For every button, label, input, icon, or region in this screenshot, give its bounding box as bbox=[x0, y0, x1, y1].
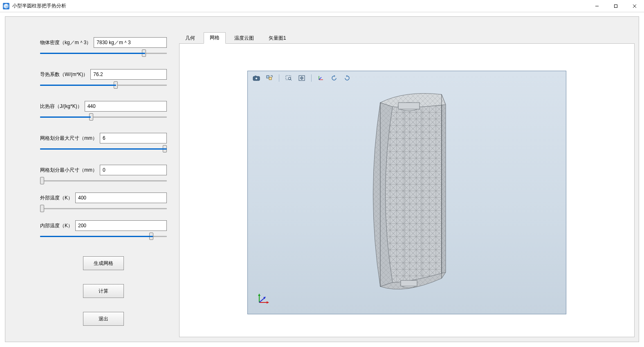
fit-view-icon[interactable] bbox=[296, 74, 307, 83]
tab-content bbox=[179, 43, 635, 337]
exit-button[interactable]: 退出 bbox=[83, 312, 124, 326]
meshmin-label: 网格划分最小尺寸（mm） bbox=[40, 167, 97, 174]
meshmax-input[interactable] bbox=[100, 133, 167, 143]
app-icon bbox=[2, 2, 10, 10]
svg-rect-5 bbox=[267, 76, 269, 78]
meshmax-slider[interactable] bbox=[40, 146, 167, 152]
tempin-input[interactable] bbox=[75, 220, 167, 231]
calculate-button[interactable]: 计算 bbox=[83, 284, 124, 298]
thermal-label: 导热系数（W/(m*K)） bbox=[40, 71, 88, 78]
right-panel: 几何网格温度云图矢量图1 bbox=[179, 33, 635, 338]
tab-0[interactable]: 几何 bbox=[179, 33, 201, 44]
window-title: 小型半圆柱形把手热分析 bbox=[12, 2, 66, 9]
mesh-viewport[interactable] bbox=[247, 71, 566, 314]
density-slider[interactable] bbox=[40, 50, 167, 56]
generate-mesh-button[interactable]: 生成网格 bbox=[83, 256, 124, 270]
svg-marker-11 bbox=[267, 301, 269, 304]
tempout-input[interactable] bbox=[75, 193, 167, 203]
select-mode-icon[interactable] bbox=[264, 74, 275, 83]
tab-2[interactable]: 温度云图 bbox=[228, 33, 260, 44]
svg-rect-1 bbox=[615, 4, 617, 7]
thermal-slider[interactable] bbox=[40, 82, 167, 88]
meshmin-slider[interactable] bbox=[40, 178, 167, 184]
density-label: 物体密度（kg／m＾3） bbox=[40, 39, 91, 46]
outer-container: 物体密度（kg／m＾3） 导热系数（W/(m*K)） bbox=[0, 12, 644, 347]
specheat-label: 比热容（J/(kg*K)） bbox=[40, 103, 82, 110]
meshmin-input[interactable] bbox=[100, 165, 167, 175]
rotate-cw-icon[interactable] bbox=[342, 74, 352, 83]
svg-rect-4 bbox=[255, 76, 256, 77]
mesh-render bbox=[364, 86, 450, 299]
rotate-ccw-icon[interactable] bbox=[329, 74, 339, 83]
close-button[interactable] bbox=[625, 0, 644, 12]
thermal-input[interactable] bbox=[90, 69, 167, 80]
svg-marker-16 bbox=[442, 94, 446, 278]
tab-1[interactable]: 网格 bbox=[204, 32, 226, 44]
action-buttons: 生成网格 计算 退出 bbox=[40, 256, 167, 326]
tempout-label: 外部温度（K） bbox=[40, 195, 73, 201]
viewport-toolbar bbox=[251, 74, 352, 83]
svg-marker-10 bbox=[258, 293, 260, 296]
meshmax-label: 网格划分最大尺寸（mm） bbox=[40, 135, 97, 142]
camera-icon[interactable] bbox=[251, 74, 262, 83]
svg-rect-6 bbox=[269, 77, 272, 80]
maximize-button[interactable] bbox=[606, 0, 625, 12]
tabbar: 几何网格温度云图矢量图1 bbox=[179, 33, 635, 44]
density-input[interactable] bbox=[94, 37, 167, 48]
tab-3[interactable]: 矢量图1 bbox=[263, 33, 292, 44]
titlebar: 小型半圆柱形把手热分析 bbox=[0, 0, 644, 12]
specheat-slider[interactable] bbox=[40, 114, 167, 120]
tempin-slider[interactable] bbox=[40, 233, 167, 239]
svg-point-3 bbox=[255, 77, 258, 80]
svg-rect-20 bbox=[401, 280, 417, 286]
axes-icon[interactable] bbox=[316, 74, 326, 83]
orientation-triad-icon[interactable] bbox=[255, 290, 272, 307]
tempin-label: 内部温度（K） bbox=[40, 222, 73, 229]
parameter-panel: 物体密度（kg／m＾3） 导热系数（W/(m*K)） bbox=[40, 37, 167, 326]
inner-window: 物体密度（kg／m＾3） 导热系数（W/(m*K)） bbox=[5, 16, 639, 342]
zoom-region-icon[interactable] bbox=[283, 74, 294, 83]
svg-rect-18 bbox=[398, 103, 420, 109]
specheat-input[interactable] bbox=[85, 101, 167, 112]
tempout-slider[interactable] bbox=[40, 206, 167, 211]
minimize-button[interactable] bbox=[588, 0, 606, 12]
